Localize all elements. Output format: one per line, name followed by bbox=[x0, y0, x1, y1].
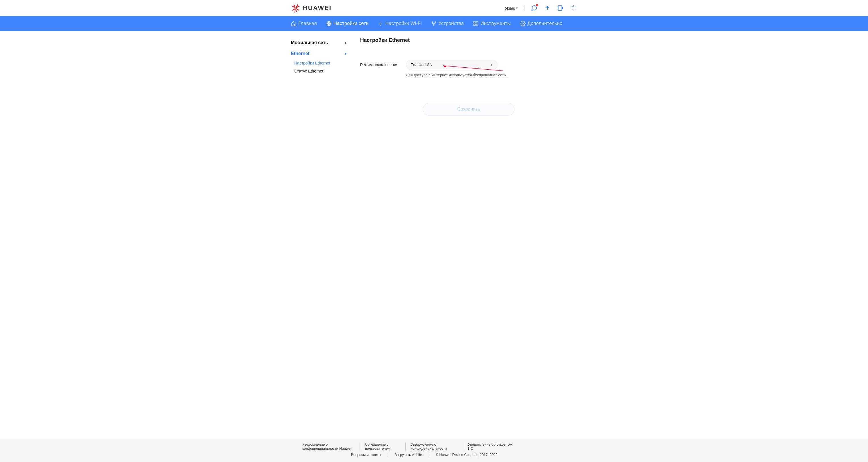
language-selector[interactable]: Язык ▾ bbox=[505, 6, 518, 10]
nav-tools[interactable]: Инструменты bbox=[473, 21, 511, 26]
content-area: Мобильная сеть ▴ Ethernet ▾ Настройки Et… bbox=[0, 31, 868, 439]
svg-line-3 bbox=[572, 6, 573, 7]
sidebar-group-mobile-label: Мобильная сеть bbox=[291, 40, 328, 45]
wifi-icon bbox=[378, 21, 383, 26]
svg-rect-15 bbox=[476, 22, 478, 23]
footer-link-privacy-huawei[interactable]: Уведомление о конфиденциальности Huawei bbox=[291, 442, 360, 451]
language-label: Язык bbox=[505, 6, 515, 10]
top-actions: Язык ▾ bbox=[505, 5, 577, 11]
primary-nav: Главная Настройки сети Настройки Wi-Fi У… bbox=[0, 16, 868, 31]
svg-rect-14 bbox=[474, 22, 475, 23]
footer-link-faq[interactable]: Вопросы и ответы bbox=[351, 453, 381, 457]
connection-mode-row: Режим подключения Только LAN ▼ bbox=[360, 60, 577, 70]
gear-icon bbox=[520, 21, 526, 26]
divider: | bbox=[429, 453, 429, 457]
home-icon bbox=[291, 21, 297, 26]
logout-icon[interactable] bbox=[557, 5, 564, 11]
brand-name: HUAWEI bbox=[303, 4, 332, 12]
nav-devices[interactable]: Устройства bbox=[431, 21, 464, 26]
nav-tools-label: Инструменты bbox=[480, 21, 511, 26]
connection-mode-help: Для доступа в Интернет используется бесп… bbox=[406, 73, 577, 77]
connection-mode-label: Режим подключения bbox=[360, 62, 406, 67]
svg-rect-17 bbox=[476, 24, 478, 26]
nav-wifi-settings[interactable]: Настройки Wi-Fi bbox=[378, 21, 422, 26]
svg-line-8 bbox=[575, 6, 576, 7]
tools-icon bbox=[473, 21, 479, 26]
chevron-down-icon: ▾ bbox=[345, 52, 346, 56]
connection-mode-select[interactable]: Только LAN ▼ bbox=[406, 60, 498, 70]
svg-point-13 bbox=[433, 24, 434, 25]
sidebar-item-ethernet-settings[interactable]: Настройки Ethernet bbox=[291, 59, 348, 67]
footer-link-privacy-notice[interactable]: Уведомление о конфиденциальности bbox=[405, 442, 463, 451]
footer-link-open-source[interactable]: Уведомление об открытом ПО bbox=[463, 442, 520, 451]
sidebar-group-mobile[interactable]: Мобильная сеть ▴ bbox=[291, 37, 348, 48]
nav-advanced[interactable]: Дополнительно bbox=[520, 21, 562, 26]
main-panel: Настройки Ethernet Режим подключения Тол… bbox=[360, 37, 577, 115]
chevron-down-icon: ▾ bbox=[516, 6, 518, 10]
save-button[interactable]: Сохранить bbox=[423, 103, 515, 115]
nav-network-label: Настройки сети bbox=[334, 21, 369, 26]
chevron-down-icon: ▼ bbox=[490, 63, 493, 67]
nav-network-settings[interactable]: Настройки сети bbox=[326, 21, 369, 26]
connection-mode-value: Только LAN bbox=[411, 62, 433, 67]
devices-icon bbox=[431, 21, 437, 26]
sidebar-group-ethernet-label: Ethernet bbox=[291, 51, 309, 56]
footer-copyright: © Huawei Device Co., Ltd., 2017–2022. bbox=[436, 453, 499, 457]
huawei-petal-icon bbox=[291, 3, 301, 13]
sidebar-item-ethernet-status[interactable]: Статус Ethernet bbox=[291, 67, 348, 75]
footer: Уведомление о конфиденциальности Huawei … bbox=[0, 439, 868, 462]
nav-advanced-label: Дополнительно bbox=[527, 21, 562, 26]
svg-point-18 bbox=[522, 23, 524, 24]
sidebar-item-label: Настройки Ethernet bbox=[294, 61, 330, 65]
loading-icon bbox=[570, 5, 577, 11]
footer-link-user-agreement[interactable]: Соглашение с пользователем bbox=[360, 442, 405, 451]
nav-devices-label: Устройства bbox=[438, 21, 464, 26]
brand-logo: HUAWEI bbox=[291, 3, 332, 13]
svg-point-11 bbox=[432, 22, 433, 22]
svg-point-10 bbox=[380, 25, 381, 26]
update-icon[interactable] bbox=[544, 5, 551, 11]
nav-home-label: Главная bbox=[298, 21, 317, 26]
nav-home[interactable]: Главная bbox=[291, 21, 317, 26]
nav-wifi-label: Настройки Wi-Fi bbox=[385, 21, 422, 26]
sidebar-item-label: Статус Ethernet bbox=[294, 69, 323, 74]
svg-point-12 bbox=[435, 22, 436, 22]
globe-icon bbox=[326, 21, 332, 26]
sidebar: Мобильная сеть ▴ Ethernet ▾ Настройки Et… bbox=[291, 37, 348, 115]
svg-rect-16 bbox=[474, 24, 475, 26]
notifications-icon[interactable] bbox=[531, 5, 538, 11]
svg-line-4 bbox=[575, 9, 576, 10]
top-bar: HUAWEI Язык ▾ bbox=[0, 0, 868, 16]
page-title: Настройки Ethernet bbox=[360, 37, 577, 48]
sidebar-group-ethernet[interactable]: Ethernet ▾ bbox=[291, 48, 348, 59]
notification-badge bbox=[536, 4, 538, 6]
chevron-up-icon: ▴ bbox=[345, 41, 346, 45]
footer-link-download-app[interactable]: Загрузить AI Life bbox=[395, 453, 422, 457]
svg-line-7 bbox=[572, 9, 573, 10]
divider: | bbox=[388, 453, 388, 457]
